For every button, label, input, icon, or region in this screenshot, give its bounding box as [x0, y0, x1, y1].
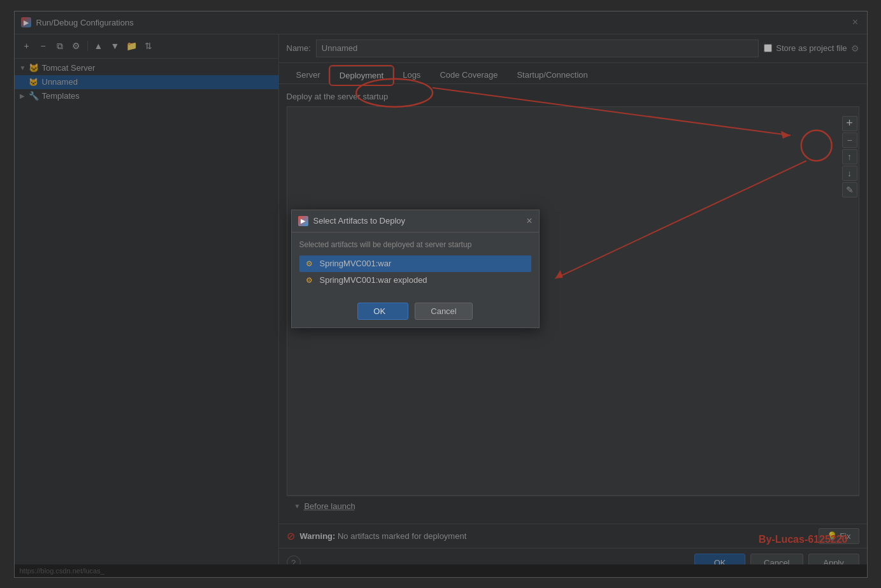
modal-title-bar: ▶ Select Artifacts to Deploy ×: [292, 210, 539, 233]
modal-body: Selected artifacts will be deployed at s…: [292, 233, 539, 296]
artifact-item-war[interactable]: ⚙ SpringMVC001:war: [299, 255, 531, 272]
main-window: ▶ Run/Debug Configurations × + − ⧉ ⚙ ▲ ▼…: [14, 11, 868, 578]
modal-overlay: ▶ Select Artifacts to Deploy × Selected …: [15, 11, 867, 577]
modal-footer: OK Cancel: [292, 296, 539, 327]
modal-cancel-button[interactable]: Cancel: [415, 303, 472, 320]
modal-ok-button[interactable]: OK: [357, 303, 408, 320]
artifact-war-label: SpringMVC001:war: [320, 259, 392, 268]
war-icon: ⚙: [304, 259, 315, 269]
modal-description: Selected artifacts will be deployed at s…: [299, 240, 531, 249]
select-artifacts-modal: ▶ Select Artifacts to Deploy × Selected …: [291, 210, 540, 328]
modal-title: Select Artifacts to Deploy: [313, 216, 522, 226]
artifact-war-exploded-label: SpringMVC001:war exploded: [320, 275, 427, 285]
modal-app-icon: ▶: [298, 216, 308, 226]
modal-close-button[interactable]: ×: [526, 215, 532, 227]
artifact-item-war-exploded[interactable]: ⚙ SpringMVC001:war exploded: [299, 272, 531, 289]
war-exploded-icon: ⚙: [304, 275, 315, 285]
